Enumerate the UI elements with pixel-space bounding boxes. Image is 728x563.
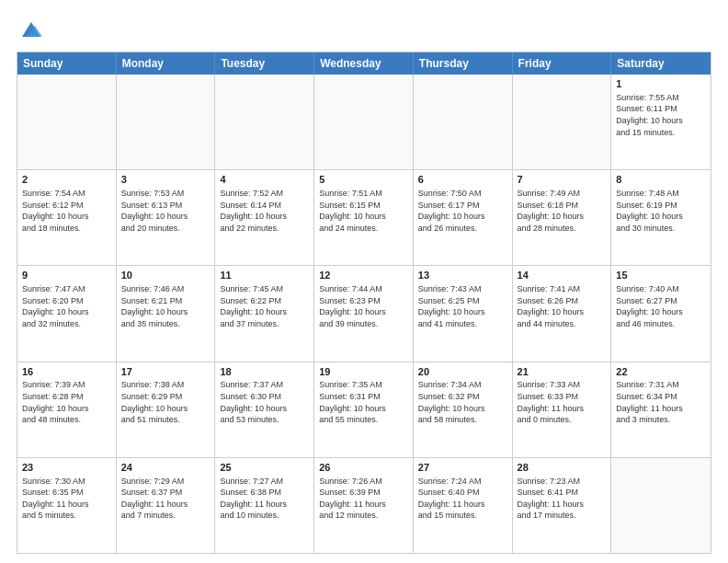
cell-info: Sunrise: 7:35 AM Sunset: 6:31 PM Dayligh… <box>319 379 408 425</box>
cell-info: Sunrise: 7:46 AM Sunset: 6:21 PM Dayligh… <box>121 283 210 329</box>
day-number: 6 <box>418 173 507 187</box>
day-number: 22 <box>616 365 706 379</box>
day-number: 24 <box>121 461 210 475</box>
weekday-header: Monday <box>117 52 216 75</box>
calendar-cell <box>215 75 314 169</box>
day-number: 13 <box>418 269 507 282</box>
cell-info: Sunrise: 7:51 AM Sunset: 6:15 PM Dayligh… <box>319 188 408 234</box>
calendar-week-row: 16Sunrise: 7:39 AM Sunset: 6:28 PM Dayli… <box>17 362 711 457</box>
calendar-cell: 18Sunrise: 7:37 AM Sunset: 6:30 PM Dayli… <box>215 362 314 457</box>
day-number: 15 <box>616 269 706 282</box>
calendar-cell: 19Sunrise: 7:35 AM Sunset: 6:31 PM Dayli… <box>314 362 414 457</box>
day-number: 25 <box>220 461 309 475</box>
calendar-cell <box>513 75 612 169</box>
day-number: 7 <box>518 173 607 187</box>
day-number: 10 <box>121 269 210 282</box>
calendar-cell: 13Sunrise: 7:43 AM Sunset: 6:25 PM Dayli… <box>414 266 513 361</box>
cell-info: Sunrise: 7:40 AM Sunset: 6:27 PM Dayligh… <box>616 283 706 329</box>
cell-info: Sunrise: 7:38 AM Sunset: 6:29 PM Dayligh… <box>121 379 210 425</box>
calendar-cell: 16Sunrise: 7:39 AM Sunset: 6:28 PM Dayli… <box>17 362 117 457</box>
calendar-cell: 24Sunrise: 7:29 AM Sunset: 6:37 PM Dayli… <box>117 458 216 553</box>
day-number: 17 <box>121 365 210 379</box>
day-number: 21 <box>518 365 607 379</box>
calendar-cell: 6Sunrise: 7:50 AM Sunset: 6:17 PM Daylig… <box>414 170 513 265</box>
day-number: 14 <box>518 269 607 282</box>
day-number: 4 <box>220 173 309 187</box>
day-number: 12 <box>319 269 408 282</box>
day-number: 16 <box>22 365 111 379</box>
weekday-header: Thursday <box>414 52 513 75</box>
calendar-cell: 17Sunrise: 7:38 AM Sunset: 6:29 PM Dayli… <box>117 362 216 457</box>
calendar-cell <box>414 75 513 169</box>
day-number: 3 <box>121 173 210 187</box>
calendar-week-row: 9Sunrise: 7:47 AM Sunset: 6:20 PM Daylig… <box>17 265 711 361</box>
cell-info: Sunrise: 7:44 AM Sunset: 6:23 PM Dayligh… <box>319 283 408 329</box>
cell-info: Sunrise: 7:50 AM Sunset: 6:17 PM Dayligh… <box>418 188 507 234</box>
calendar-cell: 4Sunrise: 7:52 AM Sunset: 6:14 PM Daylig… <box>215 170 314 265</box>
cell-info: Sunrise: 7:54 AM Sunset: 6:12 PM Dayligh… <box>22 188 111 234</box>
weekday-header: Tuesday <box>215 52 314 75</box>
day-number: 20 <box>418 365 507 379</box>
calendar-cell: 2Sunrise: 7:54 AM Sunset: 6:12 PM Daylig… <box>17 170 117 265</box>
logo-icon <box>18 17 44 42</box>
cell-info: Sunrise: 7:27 AM Sunset: 6:38 PM Dayligh… <box>220 476 309 522</box>
weekday-header: Friday <box>513 52 612 75</box>
calendar-cell: 5Sunrise: 7:51 AM Sunset: 6:15 PM Daylig… <box>314 170 414 265</box>
calendar-cell: 11Sunrise: 7:45 AM Sunset: 6:22 PM Dayli… <box>215 266 314 361</box>
cell-info: Sunrise: 7:37 AM Sunset: 6:30 PM Dayligh… <box>220 379 309 425</box>
day-number: 9 <box>22 269 111 282</box>
calendar-cell: 22Sunrise: 7:31 AM Sunset: 6:34 PM Dayli… <box>611 362 711 457</box>
calendar-cell: 21Sunrise: 7:33 AM Sunset: 6:33 PM Dayli… <box>513 362 612 457</box>
cell-info: Sunrise: 7:23 AM Sunset: 6:41 PM Dayligh… <box>518 476 607 522</box>
day-number: 27 <box>418 461 507 475</box>
day-number: 23 <box>22 461 111 475</box>
calendar-cell: 25Sunrise: 7:27 AM Sunset: 6:38 PM Dayli… <box>215 458 314 553</box>
calendar-cell: 7Sunrise: 7:49 AM Sunset: 6:18 PM Daylig… <box>513 170 612 265</box>
calendar-cell <box>117 75 216 169</box>
day-number: 5 <box>319 173 408 187</box>
calendar-cell: 12Sunrise: 7:44 AM Sunset: 6:23 PM Dayli… <box>314 266 414 361</box>
cell-info: Sunrise: 7:31 AM Sunset: 6:34 PM Dayligh… <box>616 379 706 425</box>
cell-info: Sunrise: 7:39 AM Sunset: 6:28 PM Dayligh… <box>22 379 111 425</box>
cell-info: Sunrise: 7:45 AM Sunset: 6:22 PM Dayligh… <box>220 283 309 329</box>
logo <box>17 17 44 42</box>
day-number: 18 <box>220 365 309 379</box>
cell-info: Sunrise: 7:33 AM Sunset: 6:33 PM Dayligh… <box>518 379 607 425</box>
page: SundayMondayTuesdayWednesdayThursdayFrid… <box>0 0 728 563</box>
cell-info: Sunrise: 7:41 AM Sunset: 6:26 PM Dayligh… <box>518 283 607 329</box>
calendar-cell <box>17 75 117 169</box>
calendar-cell: 8Sunrise: 7:48 AM Sunset: 6:19 PM Daylig… <box>611 170 711 265</box>
calendar: SundayMondayTuesdayWednesdayThursdayFrid… <box>17 52 711 554</box>
cell-info: Sunrise: 7:26 AM Sunset: 6:39 PM Dayligh… <box>319 476 408 522</box>
calendar-cell: 27Sunrise: 7:24 AM Sunset: 6:40 PM Dayli… <box>414 458 513 553</box>
cell-info: Sunrise: 7:24 AM Sunset: 6:40 PM Dayligh… <box>418 476 507 522</box>
calendar-cell: 20Sunrise: 7:34 AM Sunset: 6:32 PM Dayli… <box>414 362 513 457</box>
calendar-week-row: 1Sunrise: 7:55 AM Sunset: 6:11 PM Daylig… <box>17 75 711 169</box>
cell-info: Sunrise: 7:29 AM Sunset: 6:37 PM Dayligh… <box>121 476 210 522</box>
calendar-cell: 1Sunrise: 7:55 AM Sunset: 6:11 PM Daylig… <box>611 75 711 169</box>
cell-info: Sunrise: 7:52 AM Sunset: 6:14 PM Dayligh… <box>220 188 309 234</box>
calendar-cell: 28Sunrise: 7:23 AM Sunset: 6:41 PM Dayli… <box>513 458 612 553</box>
calendar-cell: 15Sunrise: 7:40 AM Sunset: 6:27 PM Dayli… <box>611 266 711 361</box>
calendar-cell <box>314 75 414 169</box>
cell-info: Sunrise: 7:43 AM Sunset: 6:25 PM Dayligh… <box>418 283 507 329</box>
weekday-header: Wednesday <box>314 52 414 75</box>
day-number: 28 <box>518 461 607 475</box>
weekday-header: Saturday <box>611 52 711 75</box>
header <box>17 17 711 42</box>
calendar-cell: 9Sunrise: 7:47 AM Sunset: 6:20 PM Daylig… <box>17 266 117 361</box>
calendar-body: 1Sunrise: 7:55 AM Sunset: 6:11 PM Daylig… <box>17 75 711 553</box>
calendar-week-row: 23Sunrise: 7:30 AM Sunset: 6:35 PM Dayli… <box>17 457 711 553</box>
calendar-cell: 10Sunrise: 7:46 AM Sunset: 6:21 PM Dayli… <box>117 266 216 361</box>
calendar-cell: 3Sunrise: 7:53 AM Sunset: 6:13 PM Daylig… <box>117 170 216 265</box>
calendar-header: SundayMondayTuesdayWednesdayThursdayFrid… <box>17 52 711 75</box>
cell-info: Sunrise: 7:30 AM Sunset: 6:35 PM Dayligh… <box>22 476 111 522</box>
day-number: 11 <box>220 269 309 282</box>
cell-info: Sunrise: 7:49 AM Sunset: 6:18 PM Dayligh… <box>518 188 607 234</box>
day-number: 1 <box>616 77 706 91</box>
calendar-cell: 14Sunrise: 7:41 AM Sunset: 6:26 PM Dayli… <box>513 266 612 361</box>
calendar-cell: 23Sunrise: 7:30 AM Sunset: 6:35 PM Dayli… <box>17 458 117 553</box>
calendar-cell <box>611 458 711 553</box>
cell-info: Sunrise: 7:55 AM Sunset: 6:11 PM Dayligh… <box>616 92 706 138</box>
day-number: 26 <box>319 461 408 475</box>
